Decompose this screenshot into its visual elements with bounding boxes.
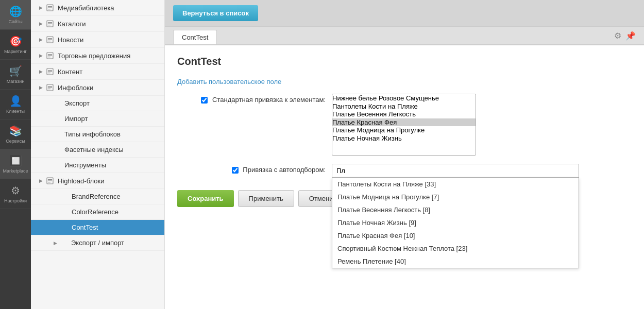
form-row-standard: Стандартная привязка к элементам: Нижнее… [177,94,632,156]
svg-rect-13 [48,54,52,55]
sidebar-label: Инфоблоки [58,84,93,92]
icon-bar-item-clients[interactable]: 👤Клиенты [0,90,31,119]
sidebar-item-media[interactable]: ▶ Медиабиблиотека [31,0,164,16]
list-box-option[interactable]: Платье Красная Фея [332,118,476,127]
svg-rect-2 [48,8,52,8]
arrow-icon: ▶ [39,53,43,58]
sidebar-item-content[interactable]: ▶ Контент [31,64,164,80]
sidebar-item-infoblocktypes[interactable]: Типы инфоблоков [31,127,164,142]
sidebar: ▶ Медиабиблиотека▶ Каталоги▶ [31,0,165,309]
tab-conttest[interactable]: ContTest [173,30,217,44]
autocomplete-item[interactable]: Платье Красная Фея [10] [332,229,579,242]
list-box-option[interactable]: Нижнее белье Розовое Смущенье [332,94,476,102]
sidebar-label: Типы инфоблоков [64,130,121,138]
svg-rect-26 [48,181,52,181]
icon-bar-item-marketplace[interactable]: 🔲Marketplace [0,149,31,179]
arrow-icon: ▶ [39,178,43,183]
icon-bar-item-sites[interactable]: 🌐Сайты [0,0,31,30]
item-icon [46,36,54,44]
item-icon [46,52,54,60]
sidebar-item-news[interactable]: ▶ Новости [31,32,164,48]
shop-icon: 🛒 [9,65,22,77]
sidebar-label: ColorReference [72,208,118,216]
tab-row: ContTest ⚙ 📌 [165,27,644,45]
sidebar-item-catalogs[interactable]: ▶ Каталоги [31,16,164,32]
sidebar-label: Контент [58,68,82,76]
settings-icon[interactable]: ⚙ [614,31,621,41]
icon-bar-item-marketing[interactable]: 🎯Маркетинг [0,30,31,60]
svg-rect-7 [48,25,50,25]
sidebar-label: Фасетные индексы [64,146,124,153]
svg-rect-14 [48,56,52,56]
sidebar-item-highload[interactable]: ▶ Highload-блоки [31,173,164,189]
list-box-option[interactable]: Платье Модница на Прогулке [332,126,476,134]
pin-icon[interactable]: 📌 [625,31,636,41]
item-icon [46,83,54,92]
autocomplete-item[interactable]: Платье Весенняя Легкость [8] [332,203,579,216]
sidebar-item-export[interactable]: Экспорт [31,96,164,111]
tab-actions: ⚙ 📌 [614,30,636,44]
sidebar-label: Медиабиблиотека [58,4,114,12]
svg-rect-27 [48,182,50,182]
item-icon [46,67,54,76]
standard-binding-listbox[interactable]: Нижнее белье Розовое СмущеньеПантолеты К… [332,94,476,156]
svg-rect-6 [48,24,52,24]
list-box-option[interactable]: Пантолеты Кости на Пляже [332,102,476,111]
add-field-link[interactable]: Добавить пользовательское поле [177,78,281,85]
icon-bar-item-shop[interactable]: 🛒Магазин [0,60,31,90]
arrow-icon: ▶ [39,69,43,74]
sidebar-item-instruments[interactable]: Инструменты [31,158,164,173]
clients-icon: 👤 [9,95,22,107]
sidebar-item-brandref[interactable]: BrandReference [31,189,164,204]
arrow-icon: ▶ [39,85,43,90]
auto-binding-label: Привязка с автоподбором: [177,164,332,174]
autocomplete-item[interactable]: Ремень Плетение [40] [332,255,579,268]
settings-icon: ⚙ [11,184,20,197]
svg-rect-18 [48,72,52,72]
sidebar-item-import[interactable]: Импорт [31,111,164,127]
svg-rect-3 [48,9,50,9]
autocomplete-input[interactable] [332,164,579,178]
svg-rect-19 [48,73,50,73]
back-button[interactable]: Вернуться в список [173,5,258,21]
icon-bar-item-services[interactable]: 📚Сервисы [0,119,31,149]
arrow-icon: ▶ [54,241,57,246]
main-content: Вернуться в список ContTest ⚙ 📌 ContTest… [165,0,644,309]
svg-rect-23 [48,89,50,89]
svg-rect-10 [48,40,52,40]
sidebar-label: Новости [58,36,83,44]
list-box-option[interactable]: Платье Ночная Жизнь [332,134,476,143]
auto-binding-control: Пантолеты Кости на Пляже [33]Платье Модн… [332,164,632,178]
content-panel: ContTest Добавить пользовательское поле … [165,45,644,309]
sidebar-item-offers[interactable]: ▶ Торговые предложения [31,48,164,64]
svg-rect-17 [48,70,52,71]
standard-binding-control: Нижнее белье Розовое СмущеньеПантолеты К… [332,94,632,156]
sidebar-item-faceted[interactable]: Фасетные индексы [31,142,164,158]
sites-icon: 🌐 [9,5,22,18]
icon-bar-item-settings[interactable]: ⚙Настройки [0,179,31,209]
autocomplete-item[interactable]: Спортивный Костюм Нежная Теплота [23] [332,242,579,255]
autocomplete-item[interactable]: Пантолеты Кости на Пляже [33] [332,178,579,191]
standard-binding-label: Стандартная привязка к элементам: [177,94,332,104]
sidebar-item-infoblocks[interactable]: ▶ Инфоблоки [31,80,164,96]
autocomplete-item[interactable]: Платье Ночная Жизнь [9] [332,216,579,229]
sidebar-item-exportimport[interactable]: ▶Экспорт / импорт [31,235,164,251]
svg-rect-25 [48,179,52,180]
sidebar-label: Экспорт [64,99,90,107]
save-button[interactable]: Сохранить [177,190,234,207]
svg-rect-21 [48,86,52,87]
marketing-icon: 🎯 [9,35,22,47]
sidebar-item-conttest[interactable]: ContTest [31,220,164,235]
sidebar-label: Highload-блоки [58,177,104,185]
apply-button[interactable]: Применить [238,190,294,207]
sidebar-label: Экспорт / импорт [71,239,124,247]
list-box-option[interactable]: Платье Весенняя Легкость [332,110,476,118]
svg-rect-22 [48,88,52,88]
arrow-icon: ▶ [39,5,43,10]
sidebar-item-colorref[interactable]: ColorReference [31,204,164,220]
standard-binding-checkbox[interactable] [201,97,208,104]
autocomplete-item[interactable]: Платье Модница на Прогулке [7] [332,191,579,203]
content-title: ContTest [177,56,632,67]
svg-rect-5 [48,22,52,23]
auto-binding-checkbox[interactable] [232,167,239,174]
